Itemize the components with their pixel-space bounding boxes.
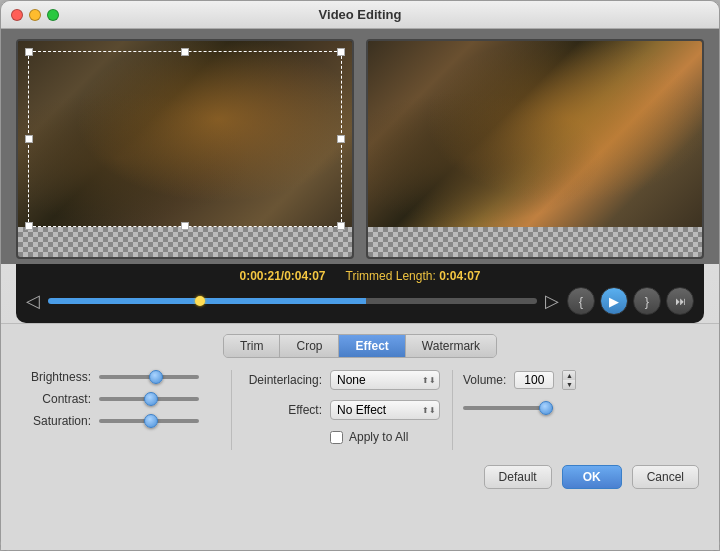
deinterlacing-label: Deinterlacing: [242,373,322,387]
preview-video-panel [366,39,704,259]
minimize-button[interactable] [29,9,41,21]
saturation-control: Saturation: [21,414,221,428]
divider2 [452,370,453,450]
playback-controls-bar: 0:00:21/0:04:07 Trimmed Length: 0:04:07 … [16,264,704,323]
tab-trim[interactable]: Trim [224,335,281,357]
video-area [1,29,719,264]
contrast-label: Contrast: [21,392,91,406]
brightness-track[interactable] [99,375,199,379]
tab-bar: Trim Crop Effect Watermark [223,334,497,358]
volume-slider-track[interactable] [463,406,553,410]
current-time: 0:00:21/0:04:07 [239,269,325,283]
cancel-button[interactable]: Cancel [632,465,699,489]
volume-down-button[interactable]: ▼ [563,380,575,389]
volume-up-button[interactable]: ▲ [563,371,575,380]
brightness-thumb[interactable] [149,370,163,384]
contrast-thumb[interactable] [144,392,158,406]
transport-buttons: { ▶ } ⏭ [567,287,694,315]
effect-label: Effect: [242,403,322,417]
trimmed-length-label: Trimmed Length: 0:04:07 [346,269,481,283]
bottom-buttons: Default OK Cancel [21,465,699,489]
controls-main: Brightness: Contrast: Saturation: [21,370,699,450]
skip-end-button[interactable]: ⏭ [666,287,694,315]
apply-to-all-label: Apply to All [349,430,408,444]
deinterlacing-control: Deinterlacing: None Auto Top Field First… [242,370,442,390]
title-bar: Video Editing [1,1,719,29]
brightness-control: Brightness: [21,370,221,384]
saturation-label: Saturation: [21,414,91,428]
window-title: Video Editing [319,7,402,22]
trim-start-icon[interactable]: ◁ [26,290,40,312]
source-video-frame [18,41,352,236]
transparency-checker-left [18,227,352,257]
timeline-track[interactable] [48,298,537,304]
source-video-panel [16,39,354,259]
left-controls: Brightness: Contrast: Saturation: [21,370,221,428]
main-window: Video Editing 0:00:21/0:0 [0,0,720,551]
saturation-thumb[interactable] [144,414,158,428]
trim-end-icon[interactable]: ▷ [545,290,559,312]
time-row: 0:00:21/0:04:07 Trimmed Length: 0:04:07 [26,269,694,287]
brightness-label: Brightness: [21,370,91,384]
deinterlacing-dropdown-wrapper: None Auto Top Field First Bottom Field F… [330,370,440,390]
tab-crop[interactable]: Crop [280,335,339,357]
volume-input[interactable] [514,371,554,389]
contrast-control: Contrast: [21,392,221,406]
default-button[interactable]: Default [484,465,552,489]
deinterlacing-select[interactable]: None Auto Top Field First Bottom Field F… [330,370,440,390]
volume-label: Volume: [463,373,506,387]
middle-controls: Deinterlacing: None Auto Top Field First… [242,370,442,444]
mark-out-button[interactable]: } [633,287,661,315]
tab-watermark[interactable]: Watermark [406,335,496,357]
mark-in-button[interactable]: { [567,287,595,315]
maximize-button[interactable] [47,9,59,21]
volume-slider-thumb[interactable] [539,401,553,415]
apply-to-all-checkbox[interactable] [330,431,343,444]
effect-dropdown-wrapper: No Effect Old Film Grayscale Sepia Inver… [330,400,440,420]
preview-video-frame [368,41,702,236]
effect-select[interactable]: No Effect Old Film Grayscale Sepia Inver… [330,400,440,420]
close-button[interactable] [11,9,23,21]
ok-button[interactable]: OK [562,465,622,489]
transparency-checker-right [368,227,702,257]
tabs-row: Trim Crop Effect Watermark [21,334,699,358]
traffic-lights [11,9,59,21]
contrast-track[interactable] [99,397,199,401]
volume-spinner: ▲ ▼ [562,370,576,390]
volume-control: Volume: ▲ ▼ [463,370,576,390]
apply-to-all-row: Apply to All [242,430,442,444]
tab-effect[interactable]: Effect [339,335,405,357]
effect-control: Effect: No Effect Old Film Grayscale Sep… [242,400,442,420]
timeline-thumb[interactable] [195,296,205,306]
right-controls: Volume: ▲ ▼ [463,370,576,410]
play-button[interactable]: ▶ [600,287,628,315]
saturation-track[interactable] [99,419,199,423]
settings-panel: Trim Crop Effect Watermark Brightness: C… [1,323,719,550]
timeline-row: ◁ ▷ { ▶ } ⏭ [26,287,694,315]
divider [231,370,232,450]
